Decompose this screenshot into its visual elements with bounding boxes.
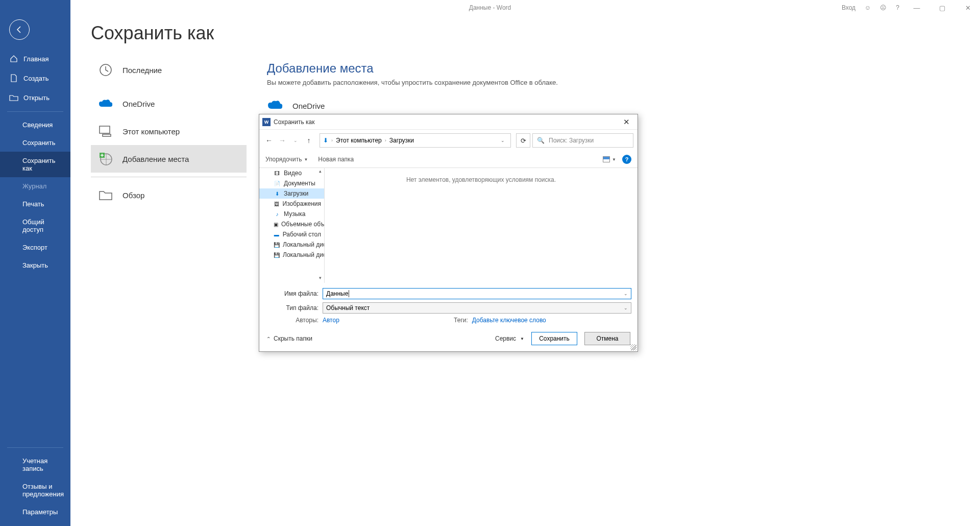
cancel-button[interactable]: Отмена <box>584 332 630 345</box>
nav-share[interactable]: Общий доступ <box>0 213 70 238</box>
nav-account[interactable]: Учетная запись <box>0 452 70 477</box>
new-folder-button[interactable]: Новая папка <box>318 156 354 163</box>
picture-icon: 🖼 <box>274 200 280 207</box>
location-this-pc[interactable]: Этот компьютер <box>91 117 247 145</box>
tree-item-downloads[interactable]: ⬇Загрузки <box>259 188 324 199</box>
tree-item-documents[interactable]: 📄Документы <box>259 178 324 188</box>
svg-rect-1 <box>100 126 110 133</box>
nav-open[interactable]: Открыть <box>0 88 70 107</box>
chevron-up-icon: ⌃ <box>266 336 271 342</box>
tree-item-local1[interactable]: 💾Локальный диск <box>259 240 324 250</box>
nav-print[interactable]: Печать <box>0 195 70 213</box>
arrow-left-icon <box>15 25 24 34</box>
save-as-dialog: W Сохранить как ✕ ← → ⌄ ↑ ⬇ › Этот компь… <box>259 114 638 352</box>
drive-icon: 💾 <box>274 241 280 248</box>
address-bar[interactable]: ⬇ › Этот компьютер › Загрузки ⌄ <box>320 133 511 148</box>
refresh-button[interactable]: ⟳ <box>516 133 530 148</box>
location-add-place-label: Добавление места <box>122 155 189 163</box>
search-icon: 🔍 <box>537 137 545 144</box>
filetype-select[interactable]: Обычный текст ⌄ <box>323 302 631 314</box>
maximize-button[interactable]: ▢ <box>934 4 950 12</box>
location-recent[interactable]: Последние <box>91 56 247 84</box>
home-icon <box>9 54 18 63</box>
detail-subtitle: Вы можете добавить расположения, чтобы у… <box>267 79 960 86</box>
nav-up-button[interactable]: ↑ <box>303 135 314 146</box>
dialog-titlebar: W Сохранить как ✕ <box>259 114 638 130</box>
close-window-button[interactable]: ✕ <box>960 4 976 12</box>
save-button[interactable]: Сохранить <box>531 332 577 345</box>
location-onedrive[interactable]: OneDrive <box>91 90 247 117</box>
service-menu[interactable]: Сервис ▼ <box>495 335 524 342</box>
empty-message: Нет элементов, удовлетворяющих условиям … <box>406 176 556 183</box>
nav-export-label: Экспорт <box>22 244 47 251</box>
folder-tree: ▴ 🎞Видео 📄Документы ⬇Загрузки 🖼Изображен… <box>259 168 325 283</box>
filename-label: Имя файла: <box>265 290 323 297</box>
nav-info[interactable]: Сведения <box>0 116 70 134</box>
tree-item-pictures[interactable]: 🖼Изображения <box>259 199 324 209</box>
feedback-icon[interactable]: ☹ <box>880 4 887 11</box>
tree-item-videos[interactable]: 🎞Видео <box>259 168 324 178</box>
help-button[interactable]: ? <box>622 155 631 164</box>
tree-item-desktop[interactable]: ▬Рабочий стол <box>259 229 324 240</box>
chevron-down-icon[interactable]: ⌄ <box>624 291 628 296</box>
place-onedrive[interactable]: OneDrive <box>267 100 960 112</box>
nav-forward-button[interactable]: → <box>277 135 288 146</box>
drive-icon: 💾 <box>274 251 280 258</box>
organize-menu[interactable]: Упорядочить ▼ <box>265 156 308 163</box>
breadcrumb-pc[interactable]: Этот компьютер <box>336 137 382 144</box>
authors-value[interactable]: Автор <box>323 317 339 324</box>
nav-recent-dropdown[interactable]: ⌄ <box>290 135 301 146</box>
document-icon <box>9 74 18 83</box>
resize-grip[interactable] <box>630 344 636 350</box>
location-onedrive-label: OneDrive <box>122 100 155 108</box>
chevron-down-icon[interactable]: ⌄ <box>624 305 628 310</box>
nav-new[interactable]: Создать <box>0 68 70 88</box>
svg-rect-2 <box>103 134 111 136</box>
nav-save-as[interactable]: Сохранить как <box>0 152 70 177</box>
nav-feedback-label: Отзывы и предложения <box>22 483 64 498</box>
breadcrumb-downloads[interactable]: Загрузки <box>389 137 414 144</box>
back-button[interactable] <box>9 19 30 40</box>
nav-save[interactable]: Сохранить <box>0 134 70 152</box>
cloud-icon <box>267 100 283 112</box>
locations-panel: Последние OneDrive Этот компьютер Добавл… <box>70 56 247 526</box>
dialog-close-button[interactable]: ✕ <box>619 117 633 127</box>
view-mode-button[interactable]: ▼ <box>603 156 616 162</box>
nav-export[interactable]: Экспорт <box>0 238 70 256</box>
minimize-button[interactable]: ― <box>909 4 925 12</box>
dialog-title: Сохранить как <box>274 118 314 126</box>
file-list: Нет элементов, удовлетворяющих условиям … <box>325 168 638 283</box>
video-icon: 🎞 <box>274 170 281 177</box>
tags-value[interactable]: Добавьте ключевое слово <box>472 317 546 324</box>
clock-icon <box>98 62 113 78</box>
folder-icon <box>98 187 113 203</box>
pc-icon <box>98 124 113 139</box>
face-icon[interactable]: ☺ <box>865 4 871 11</box>
location-browse[interactable]: Обзор <box>91 181 247 209</box>
folder-open-icon <box>9 93 18 102</box>
nav-share-label: Общий доступ <box>22 218 63 233</box>
tree-item-music[interactable]: ♪Музыка <box>259 209 324 219</box>
tree-item-local2[interactable]: 💾Локальный диск <box>259 250 324 260</box>
scroll-up-arrow[interactable]: ▴ <box>316 169 324 176</box>
search-input[interactable]: 🔍 Поиск: Загрузки <box>532 133 633 148</box>
tree-item-3d[interactable]: ▣Объемные объекты <box>259 219 324 229</box>
sign-in-link[interactable]: Вход <box>842 4 855 11</box>
nav-options[interactable]: Параметры <box>0 503 70 526</box>
filename-input[interactable]: Данные ⌄ <box>323 288 631 299</box>
document-title: Данные - Word <box>469 4 511 11</box>
nav-save-as-label: Сохранить как <box>22 157 63 172</box>
hide-folders-toggle[interactable]: ⌃ Скрыть папки <box>266 335 312 342</box>
app-titlebar: Данные - Word Вход ☺ ☹ ? ― ▢ ✕ <box>0 0 980 15</box>
nav-back-button[interactable]: ← <box>263 135 275 146</box>
nav-feedback[interactable]: Отзывы и предложения <box>0 477 70 503</box>
filetype-label: Тип файла: <box>265 304 323 312</box>
help-icon[interactable]: ? <box>896 4 899 11</box>
location-add-place[interactable]: Добавление места <box>91 145 247 173</box>
authors-label: Авторы: <box>265 317 323 324</box>
scroll-down-arrow[interactable]: ▾ <box>316 275 324 282</box>
dialog-fields: Имя файла: Данные ⌄ Тип файла: Обычный т… <box>259 283 638 326</box>
nav-close[interactable]: Закрыть <box>0 256 70 274</box>
nav-home[interactable]: Главная <box>0 49 70 68</box>
address-dropdown[interactable]: ⌄ <box>498 138 507 143</box>
